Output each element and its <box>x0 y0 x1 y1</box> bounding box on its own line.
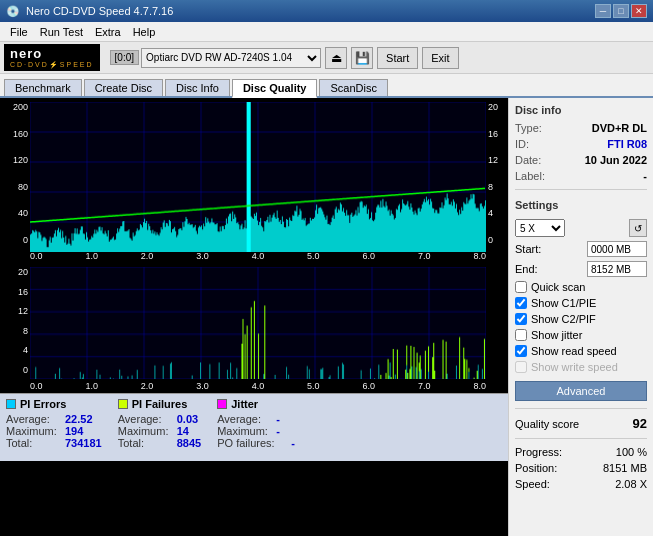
drive-label: [0:0] <box>110 50 139 65</box>
jitter-header: Jitter <box>217 398 295 410</box>
pi-errors-max-value: 194 <box>65 425 83 437</box>
eject-icon[interactable]: ⏏ <box>325 47 347 69</box>
tab-bar: Benchmark Create Disc Disc Info Disc Qua… <box>0 74 653 98</box>
pi-failures-max-value: 14 <box>177 425 189 437</box>
disc-date-label: Date: <box>515 154 541 166</box>
disc-date-value: 10 Jun 2022 <box>585 154 647 166</box>
end-label: End: <box>515 263 538 275</box>
pi-errors-avg-value: 22.52 <box>65 413 93 425</box>
main-content: 200 160 120 80 40 0 20 16 12 8 4 0 0.0 1… <box>0 98 653 536</box>
start-mb-row: Start: <box>515 241 647 257</box>
quick-scan-checkbox[interactable] <box>515 281 527 293</box>
divider-3 <box>515 438 647 439</box>
disc-type-value: DVD+R DL <box>592 122 647 134</box>
save-icon[interactable]: 💾 <box>351 47 373 69</box>
maximize-button[interactable]: □ <box>613 4 629 18</box>
show-jitter-row: Show jitter <box>515 329 647 341</box>
po-failures-label: PO failures: <box>217 437 287 449</box>
tab-disc-quality[interactable]: Disc Quality <box>232 79 318 98</box>
quick-scan-row: Quick scan <box>515 281 647 293</box>
pi-errors-max-label: Maximum: <box>6 425 61 437</box>
jitter-color <box>217 399 227 409</box>
y-right-20: 20 <box>488 102 498 112</box>
show-read-speed-label: Show read speed <box>531 345 617 357</box>
drive-combo[interactable]: Optiarc DVD RW AD-7240S 1.04 <box>141 48 321 68</box>
menu-help[interactable]: Help <box>127 25 162 39</box>
y-right-0t: 0 <box>488 235 493 245</box>
app-icon: 💿 <box>6 5 20 18</box>
disc-date-row: Date: 10 Jun 2022 <box>515 154 647 166</box>
menu-run-test[interactable]: Run Test <box>34 25 89 39</box>
show-write-speed-row: Show write speed <box>515 361 647 373</box>
pi-failures-label: PI Failures <box>132 398 188 410</box>
disc-label-value: - <box>643 170 647 182</box>
advanced-button[interactable]: Advanced <box>515 381 647 401</box>
position-label: Position: <box>515 462 557 474</box>
pi-errors-max-row: Maximum: 194 <box>6 425 102 437</box>
disc-label-label: Label: <box>515 170 545 182</box>
tab-disc-info[interactable]: Disc Info <box>165 79 230 96</box>
disc-label-row: Label: - <box>515 170 647 182</box>
disc-type-label: Type: <box>515 122 542 134</box>
pi-errors-total-row: Total: 734181 <box>6 437 102 449</box>
disc-id-value: FTI R08 <box>607 138 647 150</box>
refresh-button[interactable]: ↺ <box>629 219 647 237</box>
y-label-40: 40 <box>18 208 28 218</box>
position-value: 8151 MB <box>603 462 647 474</box>
show-c1-pie-label: Show C1/PIE <box>531 297 596 309</box>
start-input[interactable] <box>587 241 647 257</box>
jitter-max-row: Maximum: - <box>217 425 295 437</box>
minimize-button[interactable]: ─ <box>595 4 611 18</box>
pi-failures-avg-label: Average: <box>118 413 173 425</box>
jitter-average-row: Average: - <box>217 413 295 425</box>
tab-create-disc[interactable]: Create Disc <box>84 79 163 96</box>
menu-bar: File Run Test Extra Help <box>0 22 653 42</box>
y-right-16: 16 <box>488 129 498 139</box>
close-button[interactable]: ✕ <box>631 4 647 18</box>
show-c2-pif-checkbox[interactable] <box>515 313 527 325</box>
pi-errors-total-label: Total: <box>6 437 61 449</box>
pi-failures-total-row: Total: 8845 <box>118 437 201 449</box>
progress-value: 100 % <box>616 446 647 458</box>
end-input[interactable] <box>587 261 647 277</box>
pi-failures-max-label: Maximum: <box>118 425 173 437</box>
pi-failures-avg-value: 0.03 <box>177 413 198 425</box>
y-label-80: 80 <box>18 182 28 192</box>
show-read-speed-row: Show read speed <box>515 345 647 357</box>
po-failures-value: - <box>291 437 295 449</box>
tab-scan-disc[interactable]: ScanDisc <box>319 79 387 96</box>
start-button[interactable]: Start <box>377 47 418 69</box>
menu-file[interactable]: File <box>4 25 34 39</box>
disc-info-title: Disc info <box>515 104 647 116</box>
pi-errors-average-row: Average: 22.52 <box>6 413 102 425</box>
position-row: Position: 8151 MB <box>515 462 647 474</box>
settings-title: Settings <box>515 199 647 211</box>
pi-failures-total-value: 8845 <box>177 437 201 449</box>
title-bar-left: 💿 Nero CD-DVD Speed 4.7.7.16 <box>6 5 173 18</box>
divider-1 <box>515 189 647 190</box>
tab-benchmark[interactable]: Benchmark <box>4 79 82 96</box>
speed-row: Speed: 2.08 X <box>515 478 647 490</box>
charts-section: 200 160 120 80 40 0 20 16 12 8 4 0 0.0 1… <box>0 98 508 536</box>
show-jitter-checkbox[interactable] <box>515 329 527 341</box>
nero-logo: nero CD·DVD⚡SPEED <box>4 44 100 71</box>
drive-selector: [0:0] Optiarc DVD RW AD-7240S 1.04 <box>110 48 321 68</box>
pi-errors-avg-label: Average: <box>6 413 61 425</box>
y-right-12: 12 <box>488 155 498 165</box>
end-mb-row: End: <box>515 261 647 277</box>
exit-button[interactable]: Exit <box>422 47 458 69</box>
jitter-avg-value: - <box>276 413 280 425</box>
speed-combo[interactable]: 5 X <box>515 219 565 237</box>
disc-id-label: ID: <box>515 138 529 150</box>
divider-2 <box>515 408 647 409</box>
show-c1-pie-row: Show C1/PIE <box>515 297 647 309</box>
start-label: Start: <box>515 243 541 255</box>
bottom-chart-y-axis: 20 16 12 8 4 0 <box>4 267 30 375</box>
show-c1-pie-checkbox[interactable] <box>515 297 527 309</box>
title-bar-controls: ─ □ ✕ <box>595 4 647 18</box>
jitter-avg-label: Average: <box>217 413 272 425</box>
pi-failures-total-label: Total: <box>118 437 173 449</box>
menu-extra[interactable]: Extra <box>89 25 127 39</box>
speed-value: 2.08 X <box>615 478 647 490</box>
show-read-speed-checkbox[interactable] <box>515 345 527 357</box>
